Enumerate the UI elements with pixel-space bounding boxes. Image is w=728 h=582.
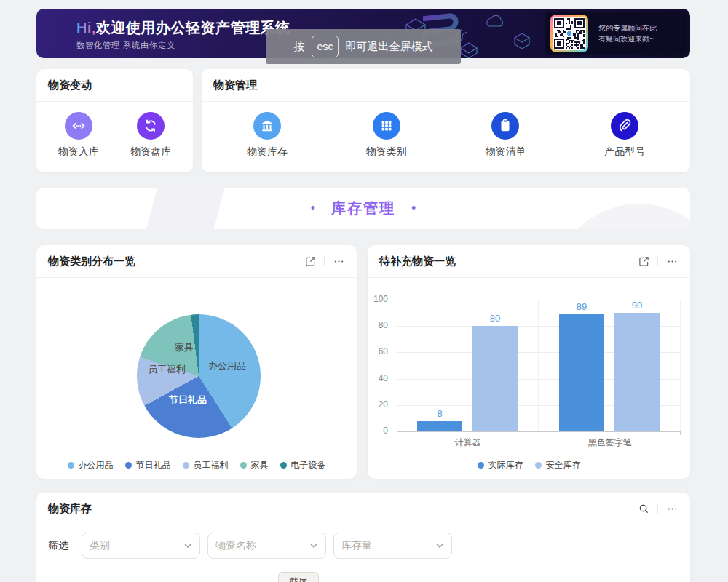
card-header: 物资管理 xyxy=(202,69,690,102)
legend-item[interactable]: 实际库存 xyxy=(478,459,523,471)
card-header: 物资类别分布一览 xyxy=(36,245,357,278)
legend-item[interactable]: 办公用品 xyxy=(68,459,114,471)
select-placeholder: 类别 xyxy=(90,539,183,552)
pie-chart[interactable] xyxy=(137,314,261,438)
bar-chart[interactable]: 8808990 xyxy=(397,300,681,431)
card-title: 物资管理 xyxy=(213,79,678,92)
material-manage-card: 物资管理 物资库存物资类别物资清单产品型号 xyxy=(202,69,690,172)
quick-link-item[interactable]: 物资库存 xyxy=(247,112,288,159)
legend-dot xyxy=(125,462,132,469)
card-title: 物资库存 xyxy=(48,502,637,516)
card-header: 待补充物资一览 xyxy=(368,245,690,278)
greeting-title: 欢迎使用办公轻资产管理系统 xyxy=(96,20,290,36)
bar-column: 80 xyxy=(472,313,518,431)
legend-label: 安全库存 xyxy=(546,459,581,471)
card-title: 待补充物资一览 xyxy=(379,255,637,268)
restock-needed-card: 待补充物资一览 020406080100 8808990 计算器黑色签字笔 实际… xyxy=(368,245,690,479)
more-icon[interactable] xyxy=(665,255,678,268)
quick-link-item[interactable]: 物资清单 xyxy=(485,112,526,159)
transfer-icon xyxy=(65,112,92,140)
bar-groups: 8808990 xyxy=(397,300,680,431)
quick-link-label: 物资盘库 xyxy=(130,146,171,159)
card-actions xyxy=(637,255,678,268)
pie-legend: 办公用品节日礼品员工福利家具电子设备 xyxy=(36,459,357,471)
legend-dot xyxy=(535,462,542,469)
bar-group: 880 xyxy=(397,300,538,431)
quick-link-label: 产品型号 xyxy=(604,146,645,159)
bar-value-label: 80 xyxy=(490,313,500,324)
bar-group: 8990 xyxy=(538,300,680,431)
quick-link-item[interactable]: 物资盘库 xyxy=(130,112,171,159)
grid-icon xyxy=(373,112,400,140)
external-link-icon[interactable] xyxy=(304,255,317,268)
bar-value-label: 8 xyxy=(437,408,442,419)
qr-caption-line1: 您的专属顾问在此 xyxy=(598,23,657,33)
legend-item[interactable]: 节日礼品 xyxy=(125,459,171,471)
material-change-items: 物资入库物资盘库 xyxy=(36,102,193,159)
quick-link-item[interactable]: 物资入库 xyxy=(58,112,99,159)
legend-label: 员工福利 xyxy=(194,459,229,471)
quick-link-item[interactable]: 物资类别 xyxy=(366,112,407,159)
legend-dot xyxy=(68,462,74,469)
consultant-qr-panel: 您的专属顾问在此 有疑问欢迎来戳~ xyxy=(545,12,687,55)
greeting-prefix: Hi, xyxy=(76,20,96,36)
bar[interactable] xyxy=(559,314,604,431)
x-axis-tick xyxy=(680,431,681,435)
quick-link-label: 物资清单 xyxy=(485,146,526,159)
pie-chart-area: 办公用品节日礼品员工福利家具 xyxy=(137,314,261,438)
card-header: 物资变动 xyxy=(36,69,193,102)
bar[interactable] xyxy=(417,421,462,431)
card-actions xyxy=(637,502,678,515)
bar-legend: 实际库存安全库存 xyxy=(368,459,690,471)
banner-title: Hi,欢迎使用办公轻资产管理系统 xyxy=(76,18,290,37)
bar[interactable] xyxy=(614,313,660,431)
search-icon[interactable] xyxy=(637,502,650,515)
y-axis-tick: 80 xyxy=(379,320,388,330)
filter-select[interactable]: 类别 xyxy=(82,533,200,559)
screenshot-button[interactable]: 截屏 xyxy=(278,572,319,582)
chevron-down-icon xyxy=(309,541,318,550)
section-title: 库存管理 xyxy=(331,199,395,218)
tooltip-suffix: 即可退出全屏模式 xyxy=(345,40,432,54)
filter-select[interactable]: 库存量 xyxy=(333,533,452,559)
y-axis-tick: 60 xyxy=(379,346,388,356)
more-icon[interactable] xyxy=(665,502,678,515)
legend-dot xyxy=(240,462,247,469)
x-axis-tick xyxy=(539,431,539,435)
bar[interactable] xyxy=(472,326,518,431)
more-icon[interactable] xyxy=(332,255,345,268)
section-dot-right: • xyxy=(411,201,416,216)
divider xyxy=(657,503,658,514)
external-link-icon[interactable] xyxy=(637,255,650,268)
quick-link-label: 物资类别 xyxy=(366,146,407,159)
bar-category-label: 黑色签字笔 xyxy=(539,436,681,449)
legend-item[interactable]: 员工福利 xyxy=(183,459,229,471)
y-axis-tick: 20 xyxy=(379,399,388,410)
qr-code xyxy=(550,15,588,52)
legend-item[interactable]: 电子设备 xyxy=(280,459,326,471)
quick-link-item[interactable]: 产品型号 xyxy=(604,112,645,159)
card-title: 物资类别分布一览 xyxy=(48,255,304,268)
legend-dot xyxy=(478,462,484,469)
bar-y-axis: 020406080100 xyxy=(368,300,392,431)
paperclip-icon xyxy=(611,112,638,140)
bar-category-labels: 计算器黑色签字笔 xyxy=(397,436,681,449)
y-axis-tick: 100 xyxy=(373,294,388,304)
legend-dot xyxy=(280,462,287,469)
bank-icon xyxy=(253,112,281,140)
bar-column: 89 xyxy=(559,301,604,431)
bar-value-label: 90 xyxy=(632,300,642,311)
legend-label: 办公用品 xyxy=(79,459,114,471)
chevron-down-icon xyxy=(183,541,192,550)
legend-item[interactable]: 家具 xyxy=(240,459,269,471)
legend-item[interactable]: 安全库存 xyxy=(535,459,581,471)
section-dot-left: • xyxy=(311,201,315,216)
banner-subtitle: 数智化管理 系统由你定义 xyxy=(76,40,290,51)
legend-dot xyxy=(183,462,189,469)
chevron-down-icon xyxy=(435,541,444,550)
legend-label: 电子设备 xyxy=(291,459,326,471)
filter-select[interactable]: 物资名称 xyxy=(207,533,326,559)
divider xyxy=(657,256,658,266)
select-placeholder: 库存量 xyxy=(341,539,435,552)
filter-selects: 类别物资名称库存量 xyxy=(82,533,459,559)
